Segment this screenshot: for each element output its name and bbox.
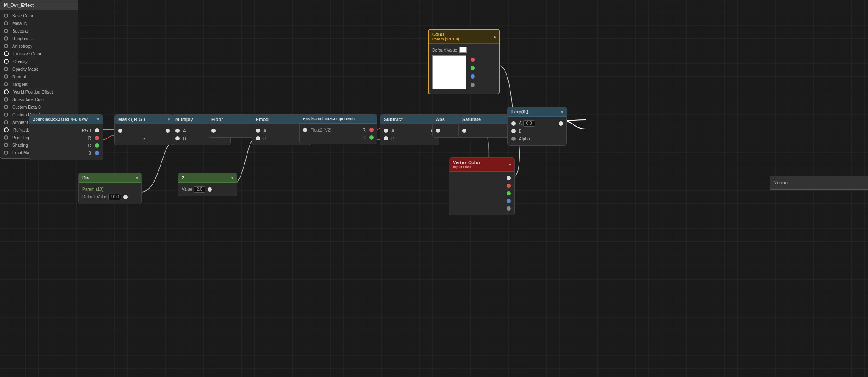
node-div-chevron[interactable]: ▾ <box>136 176 138 180</box>
bounding-rgb-pin[interactable] <box>95 128 99 132</box>
node-vertex-subtitle: Input Data <box>453 165 480 169</box>
lerp-a-in[interactable] <box>511 121 516 126</box>
color-g-pin[interactable] <box>471 66 475 70</box>
bounding-g-pin[interactable] <box>95 143 99 148</box>
custom0-pin[interactable] <box>4 105 8 109</box>
div-default-value[interactable]: 10.0 <box>108 194 121 200</box>
lerp-alpha-in[interactable] <box>511 137 516 141</box>
div-default-label: Default Value <box>82 195 107 199</box>
color-default-label: Default Value <box>432 48 457 52</box>
floor-in-pin[interactable] <box>211 129 216 133</box>
node-lerp: Lerp(0,) ▾ A 0.0 B Alpha <box>507 107 567 146</box>
break-in-pin[interactable] <box>303 128 307 132</box>
break-r-pin[interactable] <box>369 128 374 132</box>
shading-pin[interactable] <box>4 143 8 147</box>
break-g-pin[interactable] <box>369 135 374 140</box>
bounding-pin-b: B <box>29 149 103 157</box>
node-lerp-chevron[interactable]: ▾ <box>561 110 563 114</box>
node-color-chevron[interactable]: ▴ <box>494 34 496 39</box>
panel-row-opacity: Opacity <box>0 58 78 65</box>
node-2-chevron[interactable]: ▾ <box>231 176 233 180</box>
node-floor-title: Floor <box>211 117 223 122</box>
tangent-label: Tangent <box>12 82 28 87</box>
world-pos-label: World Position Offset <box>13 90 53 94</box>
node-mask-body: ▾ <box>115 124 173 145</box>
roughness-pin[interactable] <box>4 36 8 41</box>
mask-expand[interactable]: ▾ <box>143 136 145 141</box>
node-vertex-header: Vertex Color Input Data ▾ <box>449 158 514 172</box>
opacity-mask-pin[interactable] <box>4 67 8 71</box>
saturate-in-pin[interactable] <box>462 129 466 133</box>
fmod-a-in[interactable] <box>256 129 260 133</box>
lerp-out-pin[interactable] <box>559 121 563 126</box>
node-mask: Mask ( R G ) ▾ ▾ <box>114 114 174 145</box>
node-saturate-title: Saturate <box>462 117 481 122</box>
div-out-pin[interactable] <box>123 195 128 199</box>
panel-row-roughness: Roughness <box>0 35 78 42</box>
specular-pin[interactable] <box>4 29 8 33</box>
refraction-pin[interactable] <box>4 127 9 132</box>
subsurface-pin[interactable] <box>4 97 8 102</box>
vertex-green-pin[interactable] <box>507 191 511 195</box>
node-break-title: BreakOutFloat2Components <box>303 117 355 121</box>
color-b-pin[interactable] <box>471 74 475 79</box>
node-vertex-chevron[interactable]: ▾ <box>509 162 511 167</box>
opacity-pin[interactable] <box>4 59 9 64</box>
vertex-red-pin[interactable] <box>507 184 511 188</box>
node-bounding-chevron[interactable]: ▾ <box>97 117 99 121</box>
node-vertex-title: Vertex Color <box>453 160 480 165</box>
bounding-b-pin[interactable] <box>95 151 99 155</box>
node-vertex-body <box>449 172 514 215</box>
vertex-pin-blue <box>449 197 514 205</box>
vertex-grey-pin[interactable] <box>507 206 511 211</box>
node-2: 2 ▾ Value 2.0 <box>178 173 237 196</box>
emissive-pin[interactable] <box>4 51 9 56</box>
pixel-depth-pin[interactable] <box>4 135 8 140</box>
node-color-header: Color Param (1,1,1,0) ▴ <box>429 30 499 44</box>
panel-movr-title: M_Ovr_Effect <box>4 3 34 8</box>
mask-out-pin[interactable] <box>166 129 170 133</box>
abs-in-pin[interactable] <box>436 129 440 133</box>
color-a-pin[interactable] <box>471 83 475 87</box>
node-lerp-header: Lerp(0,) ▾ <box>508 107 566 117</box>
color-r-pin[interactable] <box>471 58 475 62</box>
node-2-body: Value 2.0 <box>178 183 237 196</box>
front-material-pin[interactable] <box>4 151 8 155</box>
normal-pin[interactable] <box>4 74 8 79</box>
custom1-pin[interactable] <box>4 113 8 117</box>
multiply-b-in[interactable] <box>175 136 180 140</box>
node-2-out-pin[interactable] <box>208 187 212 192</box>
bounding-pin-g: G <box>29 142 103 149</box>
subtract-b-in[interactable] <box>384 136 388 140</box>
vertex-blue-pin[interactable] <box>507 199 511 203</box>
subtract-pin-a: A <box>380 127 439 135</box>
color-preview <box>432 55 466 89</box>
multiply-a-in[interactable] <box>175 129 180 133</box>
subtract-a-in[interactable] <box>384 129 388 133</box>
node-mask-chevron[interactable]: ▾ <box>168 117 170 122</box>
vertex-white-pin[interactable] <box>507 176 511 180</box>
normal-label: Normal <box>12 74 26 79</box>
base-color-pin[interactable] <box>4 14 8 18</box>
node-mask-title: Mask ( R G ) <box>118 117 145 122</box>
node-color-title: Color <box>432 32 459 37</box>
lerp-b-in[interactable] <box>511 129 516 133</box>
fmod-b-in[interactable] <box>256 136 260 140</box>
metallic-pin[interactable] <box>4 21 8 25</box>
div-default-row: Default Value 10.0 <box>79 193 141 201</box>
ambient-pin[interactable] <box>4 120 8 124</box>
color-swatch[interactable] <box>459 47 467 53</box>
normal-badge: Normal <box>770 176 868 190</box>
panel-row-opacity-mask: Opacity Mask <box>0 65 78 73</box>
anisotropy-pin[interactable] <box>4 44 8 48</box>
tangent-pin[interactable] <box>4 82 8 86</box>
mask-in-pin[interactable] <box>118 129 122 133</box>
vertex-pin-red <box>449 182 514 190</box>
color-pins-col <box>469 55 475 89</box>
bounding-r-pin[interactable] <box>95 136 99 140</box>
node-div-body: Param (10) Default Value 10.0 <box>79 183 141 204</box>
node-2-value[interactable]: 2.0 <box>194 186 205 193</box>
node-bounding: BoundingBoxBased_0-1_UVW ▾ RGB R G B <box>29 114 103 160</box>
world-pos-pin[interactable] <box>4 89 9 94</box>
custom0-label: Custom Data 0 <box>12 105 41 110</box>
